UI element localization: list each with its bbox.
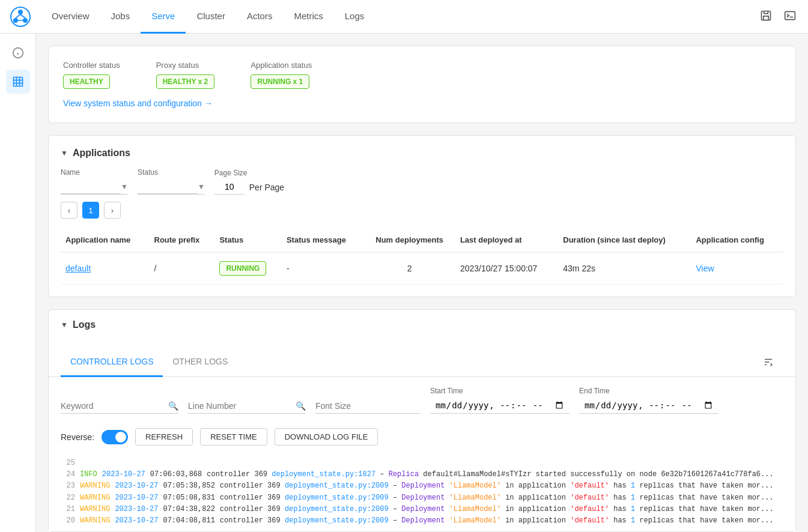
- log-line: 25: [61, 458, 783, 469]
- log-rest: controller 369 deployment_state.py:2009 …: [220, 480, 774, 492]
- line-number-wrapper: 🔍: [188, 399, 306, 414]
- nav-cluster[interactable]: Cluster: [186, 0, 236, 34]
- logs-header[interactable]: ▼ Logs: [49, 310, 795, 340]
- last-deployed-cell: 2023/10/27 15:00:07: [455, 252, 558, 285]
- page-1-btn[interactable]: 1: [82, 202, 99, 219]
- col-app-config: Application config: [691, 228, 783, 252]
- log-rest: controller 369 deployment_state.py:1827 …: [207, 469, 773, 480]
- name-filter-select[interactable]: [61, 179, 121, 194]
- log-level: WARNING: [80, 504, 110, 515]
- nav-actors[interactable]: Actors: [236, 0, 284, 34]
- nav-logs[interactable]: Logs: [334, 0, 375, 34]
- log-date: 2023-10-27: [115, 515, 158, 527]
- log-num: 24: [61, 469, 75, 480]
- refresh-button[interactable]: REFRESH: [135, 428, 193, 446]
- log-num: 22: [61, 492, 75, 504]
- start-time-input[interactable]: [430, 397, 570, 414]
- line-number-input[interactable]: [188, 401, 293, 411]
- sort-icon[interactable]: [753, 349, 783, 376]
- name-filter-group: Name ▼: [61, 168, 128, 195]
- app-name-link[interactable]: default: [65, 264, 91, 273]
- svg-rect-13: [13, 77, 22, 86]
- applications-table-wrapper: Application name Route prefix Status Sta…: [61, 228, 783, 285]
- name-filter-chevron: ▼: [121, 183, 128, 191]
- col-route-prefix: Route prefix: [150, 228, 215, 252]
- app-config-cell: View: [691, 252, 783, 285]
- proxy-status: Proxy status HEALTHY x 2: [156, 61, 215, 89]
- main-content: Controller status HEALTHY Proxy status H…: [36, 34, 808, 532]
- svg-line-4: [16, 14, 20, 18]
- table-row: default / RUNNING - 2 2023/10/27 15:00:0…: [61, 252, 783, 285]
- proxy-status-badge: HEALTHY x 2: [156, 74, 215, 89]
- status-row: Controller status HEALTHY Proxy status H…: [63, 61, 781, 89]
- sidebar-info-icon[interactable]: [6, 41, 30, 65]
- log-line: 20 WARNING 2023-10-27 07:04:08,811 contr…: [61, 515, 783, 527]
- col-last-deployed: Last deployed at: [455, 228, 558, 252]
- nav-right: [758, 7, 798, 26]
- log-num: 23: [61, 480, 75, 492]
- svg-line-5: [20, 14, 25, 18]
- line-number-search-icon: 🔍: [296, 401, 306, 411]
- prev-page-btn[interactable]: ‹: [61, 202, 77, 219]
- status-card: Controller status HEALTHY Proxy status H…: [48, 46, 796, 123]
- per-page-label: Per Page: [249, 183, 284, 192]
- nav-jobs[interactable]: Jobs: [100, 0, 141, 34]
- controller-status: Controller status HEALTHY: [63, 61, 120, 89]
- font-size-input[interactable]: [315, 401, 421, 411]
- page-size-label: Page Size: [214, 169, 284, 177]
- log-date: 2023-10-27: [115, 492, 158, 504]
- log-line: 23 WARNING 2023-10-27 07:05:38,852 contr…: [61, 480, 783, 492]
- sidebar-table-icon[interactable]: [6, 70, 30, 94]
- status-message-cell: -: [282, 252, 363, 285]
- download-log-button[interactable]: DOWNLOAD LOG FILE: [275, 428, 378, 446]
- applications-header[interactable]: ▼ Applications: [61, 148, 783, 159]
- controller-status-label: Controller status: [63, 61, 120, 70]
- name-filter-label: Name: [61, 168, 128, 177]
- end-time-group: End Time: [579, 387, 718, 414]
- logs-chevron: ▼: [61, 321, 68, 329]
- page-size-input[interactable]: [214, 180, 245, 195]
- status-cell: RUNNING: [214, 252, 281, 285]
- font-size-wrapper: [315, 399, 421, 414]
- system-status-link[interactable]: View system status and configuration →: [63, 98, 781, 108]
- keyword-input[interactable]: [61, 401, 166, 411]
- log-line: 24 INFO 2023-10-27 07:06:03,868 controll…: [61, 469, 783, 480]
- application-status: Application status RUNNING x 1: [251, 61, 312, 89]
- log-controls: Reverse: REFRESH RESET TIME DOWNLOAD LOG…: [49, 423, 795, 453]
- status-filter-label: Status: [138, 168, 205, 177]
- nav-terminal-icon[interactable]: [782, 7, 798, 26]
- log-level: WARNING: [80, 492, 110, 504]
- log-rest: controller 369 deployment_state.py:2009 …: [220, 515, 774, 527]
- col-duration: Duration (since last deploy): [558, 228, 691, 252]
- log-date: 2023-10-27: [115, 504, 158, 515]
- log-level: WARNING: [80, 480, 110, 492]
- tab-other-logs[interactable]: OTHER LOGS: [163, 349, 237, 377]
- nav-overview[interactable]: Overview: [41, 0, 100, 34]
- reset-time-button[interactable]: RESET TIME: [200, 428, 267, 446]
- reverse-label: Reverse:: [61, 432, 94, 442]
- status-filter-select[interactable]: [138, 179, 198, 194]
- reverse-toggle[interactable]: [102, 430, 128, 444]
- route-prefix-cell: /: [150, 252, 215, 285]
- status-filter-group: Status ▼: [138, 168, 205, 195]
- page-size-row: Per Page: [214, 180, 284, 195]
- logs-tabs: CONTROLLER LOGS OTHER LOGS: [49, 349, 795, 377]
- controller-status-badge: HEALTHY: [63, 74, 110, 89]
- applications-title: Applications: [73, 148, 130, 159]
- next-page-btn[interactable]: ›: [104, 202, 121, 219]
- log-num: 21: [61, 504, 75, 515]
- pagination: ‹ 1 ›: [61, 202, 783, 219]
- view-config-link[interactable]: View: [696, 264, 714, 273]
- end-time-label: End Time: [579, 387, 718, 395]
- applications-section: ▼ Applications Name ▼ Status: [48, 135, 796, 297]
- nav-save-icon[interactable]: [758, 7, 774, 26]
- nav-serve[interactable]: Serve: [141, 0, 186, 34]
- font-size-group: [315, 399, 421, 414]
- log-rest: controller 369 deployment_state.py:2009 …: [220, 492, 774, 504]
- tab-controller-logs[interactable]: CONTROLLER LOGS: [61, 349, 163, 377]
- log-num: 25: [61, 458, 75, 469]
- col-status-message: Status message: [282, 228, 363, 252]
- nav-metrics[interactable]: Metrics: [283, 0, 333, 34]
- line-number-group: 🔍: [188, 399, 306, 414]
- end-time-input[interactable]: [579, 397, 718, 414]
